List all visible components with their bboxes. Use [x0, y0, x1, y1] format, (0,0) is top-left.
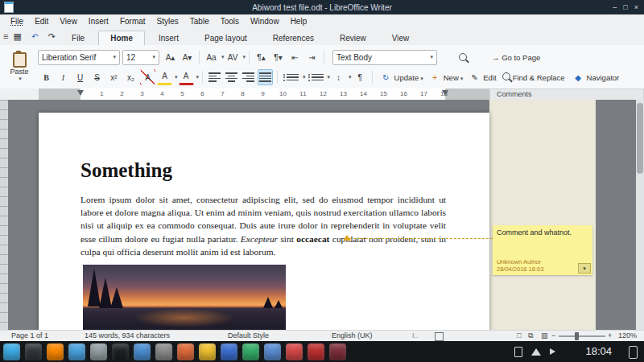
taskbar-icon-firefox[interactable] — [47, 343, 64, 360]
paragraph-mark-icon[interactable]: ¶ — [353, 69, 368, 85]
menu-table[interactable]: Table — [184, 17, 215, 26]
align-justify-icon[interactable] — [258, 71, 272, 84]
tab-insert[interactable]: Insert — [147, 31, 191, 45]
space-above-paragraph-icon[interactable]: ¶▴ — [254, 49, 269, 65]
edit-style-button[interactable]: ✎Edit — [466, 69, 496, 85]
taskbar-icon-system-settings[interactable] — [90, 343, 107, 360]
increase-font-size-icon[interactable]: A▴ — [163, 49, 178, 65]
menu-format[interactable]: Format — [114, 17, 151, 26]
underline-icon[interactable]: U — [72, 69, 88, 85]
font-color-icon[interactable]: A — [179, 70, 194, 85]
view-single-page-button[interactable]: □ — [517, 331, 521, 341]
taskbar-icon-konsole[interactable] — [112, 343, 129, 360]
highlight-color-icon[interactable]: A — [157, 70, 172, 85]
minimize-button[interactable]: – — [613, 0, 617, 14]
taskbar-icon-krita[interactable] — [308, 343, 324, 360]
menu-window[interactable]: Window — [245, 17, 285, 26]
tab-review[interactable]: Review — [328, 31, 378, 45]
menu-insert[interactable]: Insert — [83, 17, 114, 26]
taskbar-icon-yellow-app[interactable] — [199, 343, 216, 360]
decrease-font-size-icon[interactable]: A▾ — [180, 49, 195, 65]
menubar-toggle-icon[interactable]: ≡ — [3, 31, 8, 41]
align-left-icon[interactable] — [208, 71, 221, 84]
left-indent-marker[interactable] — [77, 90, 84, 96]
tab-references[interactable]: References — [261, 31, 326, 45]
menu-help[interactable]: Help — [285, 17, 313, 26]
taskbar-icon-red-app[interactable] — [286, 343, 303, 360]
page-style-label[interactable]: Default Style — [228, 331, 269, 341]
view-multi-page-button[interactable]: ⧉ — [528, 331, 533, 341]
line-spacing-icon[interactable]: ↕ — [331, 69, 346, 85]
font-name-combo[interactable]: Liberation Serif ▾ — [38, 50, 120, 65]
space-below-paragraph-icon[interactable]: ¶▾ — [270, 49, 286, 65]
vertical-ruler[interactable] — [0, 100, 8, 330]
redo-icon[interactable]: ↷ — [48, 31, 56, 42]
taskbar-icon-chromium[interactable] — [134, 343, 151, 360]
clock[interactable]: 18:04 — [585, 341, 612, 362]
font-size-combo[interactable]: 12 ▾ — [122, 50, 159, 65]
align-right-icon[interactable] — [242, 71, 255, 84]
zoom-in-button[interactable]: + — [608, 331, 612, 341]
menu-styles[interactable]: Styles — [151, 17, 184, 26]
clear-formatting-icon[interactable]: A — [140, 69, 155, 85]
update-style-button[interactable]: ↻Update▾ — [378, 69, 423, 85]
close-button[interactable]: × — [634, 0, 638, 14]
bold-icon[interactable]: B — [39, 69, 54, 85]
zoom-level-label[interactable]: 120% — [618, 331, 637, 341]
language-label[interactable]: English (UK) — [332, 331, 373, 341]
panel-settings-icon[interactable] — [629, 346, 638, 359]
menu-tools[interactable]: Tools — [215, 17, 245, 26]
tab-page-layout[interactable]: Page layout — [192, 31, 259, 45]
maximize-button[interactable]: □ — [623, 0, 627, 14]
change-case-icon[interactable]: Aa — [204, 49, 219, 65]
taskbar-icon-maroon-app[interactable] — [329, 343, 346, 360]
numbered-list-icon[interactable] — [308, 71, 324, 84]
comment-box[interactable]: Comment and whatnot. Unknown Author 28/0… — [493, 225, 592, 275]
paragraph-style-combo[interactable]: Text Body ▾ — [332, 50, 437, 65]
navigator-button[interactable]: ◆Navigator — [570, 69, 620, 85]
search-icon[interactable] — [459, 53, 467, 61]
goto-page-button[interactable]: → Go to Page — [492, 53, 540, 62]
page-count-label[interactable]: Page 1 of 1 — [11, 331, 48, 341]
taskbar-icon-kde-launcher[interactable] — [3, 343, 20, 360]
new-style-button[interactable]: +New▾ — [427, 69, 464, 85]
taskbar-icon-blue-app[interactable] — [221, 343, 237, 360]
undo-icon[interactable]: ↶ — [27, 28, 43, 44]
zoom-out-button[interactable]: − — [551, 331, 555, 341]
scrollbar-thumb[interactable] — [637, 103, 643, 174]
align-center-icon[interactable] — [225, 71, 238, 84]
right-indent-marker[interactable] — [442, 90, 448, 96]
sunset-photo[interactable] — [83, 265, 286, 330]
menu-view[interactable]: View — [54, 17, 83, 26]
subscript-icon[interactable]: x₂ — [123, 69, 138, 85]
taskbar-icon-gimp[interactable] — [155, 343, 172, 360]
zoom-slider[interactable] — [559, 335, 605, 337]
view-book-button[interactable]: ▥ — [541, 331, 548, 341]
increase-indent-icon[interactable]: ⇥ — [304, 49, 320, 65]
word-count-label[interactable]: 145 words, 934 characters — [85, 331, 170, 341]
zoom-slider-thumb[interactable] — [575, 332, 579, 340]
insert-mode-indicator[interactable]: I.. — [412, 331, 419, 341]
tab-file[interactable]: File — [60, 31, 97, 45]
tab-view[interactable]: View — [380, 31, 422, 45]
decrease-indent-icon[interactable]: ⇤ — [287, 49, 303, 65]
tab-home[interactable]: Home — [98, 31, 145, 45]
taskbar-icon-orange-app[interactable] — [177, 343, 194, 360]
volume-icon[interactable] — [550, 348, 555, 355]
superscript-icon[interactable]: x² — [106, 69, 122, 85]
clipboard-tray-icon[interactable] — [514, 347, 522, 357]
taskbar-icon-pager[interactable] — [25, 343, 42, 360]
menu-file[interactable]: File — [5, 17, 29, 26]
vertical-scrollbar[interactable] — [636, 100, 644, 330]
find-replace-button[interactable]: Find & Replace — [500, 72, 565, 82]
document-page[interactable]: Something Lorem ipsum dolor sit amet, co… — [39, 113, 489, 330]
taskbar-icon-gwenview[interactable] — [264, 343, 281, 360]
menu-edit[interactable]: Edit — [29, 17, 54, 26]
strikethrough-icon[interactable]: S — [89, 69, 105, 85]
taskbar-icon-dolphin-folder[interactable] — [68, 343, 85, 360]
paste-button[interactable]: Paste ▾ — [4, 47, 35, 86]
italic-icon[interactable]: I — [56, 69, 71, 85]
save-icon[interactable]: ▦ — [13, 31, 21, 42]
bullet-list-icon[interactable] — [283, 71, 299, 84]
character-spacing-icon[interactable]: AV — [225, 49, 241, 65]
